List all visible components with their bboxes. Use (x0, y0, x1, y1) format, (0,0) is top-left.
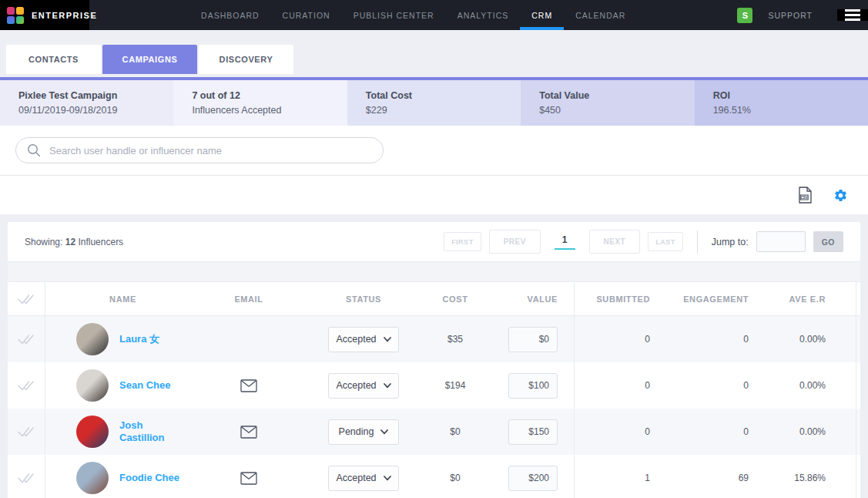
search-icon (27, 143, 41, 157)
cost-cell: $35 (430, 334, 481, 345)
influencer-name-link[interactable]: Foodie Chee (119, 472, 179, 484)
campaign-stats-strip: Pixlee Test Campaign 09/11/2019-09/18/20… (0, 80, 868, 126)
row-checkmark[interactable] (8, 316, 45, 362)
crm-tabs: CONTACTSCAMPAIGNSDISCOVERY (0, 30, 868, 77)
svg-text:CSV: CSV (800, 196, 808, 200)
nav-link-calendar[interactable]: CALENDAR (564, 0, 637, 30)
double-check-icon (17, 333, 35, 345)
support-link[interactable]: SUPPORT (768, 11, 813, 20)
avatar[interactable] (76, 323, 109, 355)
logo[interactable]: ENTERPRISE (0, 0, 89, 30)
column-header-name[interactable]: NAME (45, 294, 200, 304)
influencer-name-link[interactable]: Josh Castillion (119, 419, 183, 444)
last-page-button[interactable]: LAST (648, 232, 683, 251)
status-value: Pending (339, 426, 374, 437)
engagement-cell: 0 (676, 380, 775, 391)
status-dropdown[interactable]: Accepted (328, 466, 399, 491)
showing-count: Showing: 12 Influencers (25, 237, 123, 247)
stat-cell: 7 out of 12 Influencers Accepted (173, 80, 347, 126)
row-checkmark[interactable] (8, 362, 45, 409)
go-button[interactable]: GO (813, 231, 843, 252)
pager: FIRST PREV 1 NEXT LAST Jump to: GO (444, 230, 843, 254)
nav-link-publish-center[interactable]: PUBLISH CENTER (342, 0, 446, 30)
avatar[interactable] (76, 369, 109, 402)
submitted-cell: 1 (574, 455, 676, 498)
nav-link-curation[interactable]: CURATION (271, 0, 342, 30)
export-csv-button[interactable]: CSV (798, 187, 813, 204)
column-header-cost[interactable]: COST (430, 294, 481, 304)
tab-contacts[interactable]: CONTACTS (6, 45, 101, 74)
user-avatar-badge[interactable]: S (737, 8, 752, 23)
stat-cell: Total Cost $229 (347, 80, 521, 126)
pager-divider (697, 230, 698, 254)
search-section (0, 126, 868, 176)
ave-er-cell: 0.00% (775, 334, 856, 345)
csv-file-icon: CSV (798, 187, 813, 204)
table-spacer-band (8, 262, 860, 282)
jump-to-label: Jump to: (712, 237, 749, 247)
status-dropdown[interactable]: Accepted (328, 327, 399, 352)
search-bar[interactable] (15, 137, 384, 163)
select-all-checkmark[interactable] (8, 282, 45, 315)
column-header-submitted[interactable]: SUBMITTED (574, 282, 676, 315)
top-navbar: ENTERPRISE DASHBOARDCURATIONPUBLISH CENT… (0, 0, 868, 30)
stat-cell: Pixlee Test Campaign 09/11/2019-09/18/20… (0, 80, 173, 126)
status-dropdown[interactable]: Pending (328, 419, 399, 445)
stat-title: 7 out of 12 (192, 89, 328, 103)
value-input[interactable] (508, 419, 558, 445)
table-settings-button[interactable] (833, 188, 848, 203)
table-body: Laura 女 Accepted $35 0 0 0.00% (8, 316, 860, 498)
nav-link-dashboard[interactable]: DASHBOARD (189, 0, 271, 30)
search-input[interactable] (49, 145, 383, 156)
column-header-email[interactable]: EMAIL (200, 294, 297, 304)
column-header-engagement[interactable]: ENGAGEMENT (676, 294, 775, 304)
column-header-value[interactable]: VALUE (481, 294, 574, 304)
tab-campaigns[interactable]: CAMPAIGNS (102, 45, 197, 74)
gear-icon (833, 188, 848, 203)
tab-discovery[interactable]: DISCOVERY (199, 45, 293, 74)
status-value: Accepted (336, 334, 376, 345)
main-nav: DASHBOARDCURATIONPUBLISH CENTERANALYTICS… (189, 0, 637, 30)
stat-value: Influencers Accepted (192, 103, 328, 118)
status-dropdown[interactable]: Accepted (328, 373, 399, 399)
submitted-cell: 0 (574, 316, 676, 362)
jump-to-input[interactable] (756, 231, 806, 252)
hamburger-menu-button[interactable] (837, 9, 868, 21)
table-row: Sean Chee Accepted $194 0 0 0.00% (8, 362, 860, 409)
prev-page-button[interactable]: PREV (489, 230, 541, 254)
row-checkmark[interactable] (8, 455, 45, 498)
value-input[interactable] (508, 327, 558, 352)
row-checkmark[interactable] (8, 409, 45, 455)
table-toolbar: CSV (0, 176, 868, 214)
nav-right: S SUPPORT (737, 0, 868, 30)
email-envelope-icon[interactable] (240, 472, 257, 485)
influencer-name-link[interactable]: Sean Chee (119, 379, 170, 392)
stat-value: $229 (366, 103, 502, 118)
cost-cell: $0 (430, 473, 481, 483)
hamburger-icon (845, 9, 860, 21)
first-page-button[interactable]: FIRST (444, 232, 481, 251)
stat-cell: ROI 196.51% (695, 80, 868, 126)
ave-er-cell: 15.86% (775, 473, 856, 483)
nav-link-analytics[interactable]: ANALYTICS (446, 0, 521, 30)
double-check-icon (17, 293, 35, 305)
avatar[interactable] (76, 462, 109, 494)
value-input[interactable] (508, 373, 558, 399)
submitted-cell: 0 (574, 409, 676, 455)
value-input[interactable] (508, 466, 558, 491)
email-envelope-icon[interactable] (240, 379, 257, 392)
column-header-ave-er[interactable]: AVE E.R (775, 294, 856, 304)
chevron-down-icon (380, 429, 388, 435)
engagement-cell: 0 (676, 426, 775, 437)
avatar[interactable] (76, 416, 109, 448)
double-check-icon (17, 472, 35, 484)
nav-link-crm[interactable]: CRM (520, 0, 564, 30)
stat-cell: Total Value $450 (521, 80, 694, 126)
influencer-name-link[interactable]: Laura 女 (119, 333, 159, 345)
current-page[interactable]: 1 (555, 234, 575, 250)
column-header-status[interactable]: STATUS (297, 294, 430, 304)
table-row: Foodie Chee Accepted $0 1 69 15.86% (8, 455, 860, 498)
ave-er-cell: 0.00% (775, 380, 856, 391)
next-page-button[interactable]: NEXT (589, 230, 641, 254)
email-envelope-icon[interactable] (240, 426, 257, 439)
